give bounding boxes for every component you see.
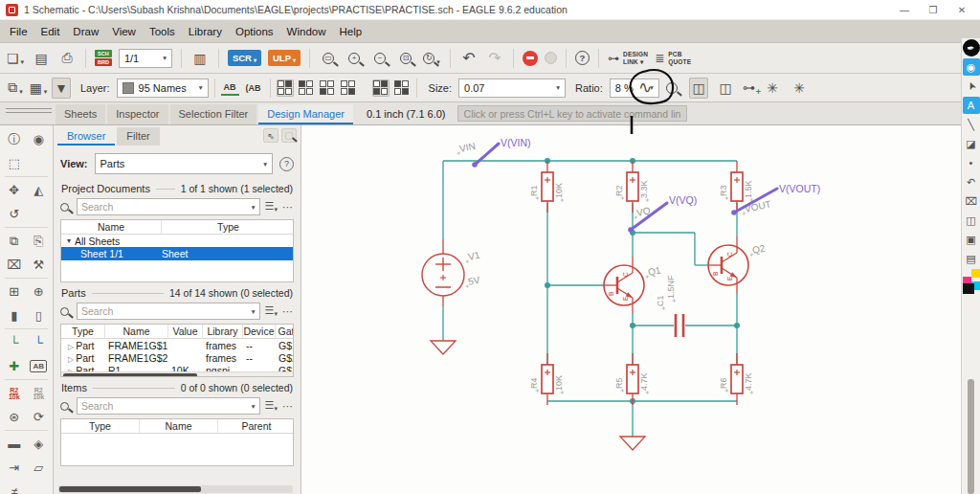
overflow-menu-icon[interactable]: ⋯	[282, 201, 294, 213]
menu-library[interactable]: Library	[182, 23, 229, 40]
tab-selection-filter[interactable]: Selection Filter	[170, 104, 257, 124]
add-gate-icon[interactable]: ⊕	[28, 281, 51, 303]
table-row-selected-sheet[interactable]: Sheet 1/1Sheet	[61, 247, 293, 260]
minimize-button[interactable]: —	[892, 5, 917, 15]
schematic-canvas[interactable]: +R1+10K+R2+3.3K+R3+1.5K+R4+10K+R5+4.7K+R…	[302, 125, 961, 494]
group-select-icon[interactable]: ⬚	[3, 153, 26, 174]
sch-brd-toggle-icon[interactable]: SCHBRD	[95, 50, 112, 66]
pin-icon[interactable]: ⇥	[3, 458, 26, 479]
column-header-name[interactable]: Name	[105, 325, 168, 338]
resistor-R2[interactable]: +R2+3.3K	[614, 161, 651, 213]
ground-symbol-1[interactable]	[431, 341, 456, 354]
zoom-in-icon[interactable]: +	[345, 48, 364, 69]
delete-icon[interactable]: ⌧	[3, 255, 26, 276]
panel-pick-icon[interactable]: ⇖	[263, 128, 278, 143]
attribute-icon[interactable]: ◈	[28, 434, 51, 455]
display-mode-icon-3[interactable]	[319, 79, 336, 97]
column-header-gat[interactable]: Gat	[276, 325, 294, 338]
display-mode-icon-1[interactable]	[277, 79, 294, 97]
transistor-Q1[interactable]: CBE+Q1	[604, 257, 662, 314]
multimeter-2-icon[interactable]: ◫	[716, 78, 735, 99]
a360-icon[interactable]: ✒	[963, 39, 980, 56]
multimeter-icon[interactable]: ◫	[689, 78, 708, 99]
column-header-value[interactable]: Value	[168, 325, 203, 338]
layer-selector[interactable]: 95 Names▾	[117, 79, 209, 98]
probe-V(VIN)[interactable]: V(VIN)	[472, 137, 530, 168]
parts-search-input[interactable]: ▾	[77, 303, 260, 320]
filter-icon[interactable]: ▼	[52, 78, 71, 99]
undo-icon[interactable]: ↶	[459, 48, 479, 69]
net-icon[interactable]: └	[3, 332, 26, 353]
zoom-out-icon[interactable]: −	[370, 48, 390, 69]
display-mode-icon-5[interactable]	[372, 79, 390, 97]
column-header-library[interactable]: Library	[203, 325, 243, 338]
chip-icon[interactable]: ▬	[3, 434, 26, 455]
list-view-icon[interactable]: ☰▾	[265, 200, 278, 213]
column-header-name[interactable]: ˆName	[61, 220, 162, 234]
design-link-button[interactable]: ⊶DESIGNLINK ▾	[608, 51, 648, 65]
capacitor-C1[interactable]: +C1+1.5NF	[656, 275, 684, 337]
column-header-type[interactable]: ˆType	[61, 419, 140, 433]
panel-zoom-icon[interactable]	[281, 128, 297, 143]
name-visible-icon[interactable]: AB	[221, 80, 239, 96]
split-icon[interactable]: ≠	[3, 482, 26, 494]
pinswap-icon[interactable]: ▯	[28, 305, 51, 326]
list-view-icon[interactable]: ☰▾	[265, 304, 278, 318]
settings-gear-icon[interactable]: ✳	[763, 78, 782, 99]
menu-window[interactable]: Window	[280, 23, 333, 40]
copy-icon[interactable]: ⧉	[3, 231, 26, 252]
simulate-icon[interactable]: ∿	[635, 78, 655, 99]
tab-design-manager[interactable]: Design Manager	[258, 104, 353, 124]
grid-icon[interactable]: ▦▾	[29, 78, 48, 99]
restore-button[interactable]: ❐	[921, 5, 946, 15]
value-tool-icon[interactable]: R210k	[28, 383, 51, 404]
command-line-input[interactable]	[457, 105, 687, 122]
run-script-button[interactable]: SCR▾	[228, 50, 261, 66]
tab-sheets[interactable]: Sheets	[56, 104, 105, 124]
dot-icon[interactable]: •	[963, 154, 980, 171]
resistor-R4[interactable]: +R4+10K	[529, 353, 566, 405]
horizontal-scrollbar[interactable]	[61, 371, 293, 377]
canvas-vertical-scrollbar[interactable]	[968, 379, 974, 494]
sheet-selector[interactable]: 1/1▾	[119, 49, 172, 68]
run-ulp-button[interactable]: ULP▾	[268, 50, 301, 66]
tree-row-all-sheets[interactable]: ▾All Sheets	[61, 235, 293, 247]
transistor-Q2[interactable]: CBE+Q2	[708, 236, 767, 294]
resistor-R6[interactable]: +R6+4.7K	[719, 353, 755, 405]
paste-icon[interactable]: ⎘	[28, 231, 51, 252]
menu-view[interactable]: View	[105, 23, 143, 40]
move-icon[interactable]: ✥	[3, 180, 26, 201]
column-header-type[interactable]: ˆType	[61, 325, 105, 338]
items-search-input[interactable]: ▾	[77, 397, 260, 415]
board-icon[interactable]: ◫	[963, 212, 980, 229]
smash-icon[interactable]: ⊛	[3, 407, 26, 428]
view-selector[interactable]: Parts ▾	[95, 153, 273, 174]
cursor-icon[interactable]: ➤	[960, 75, 980, 98]
settings-gear-2-icon[interactable]: ✳	[790, 78, 809, 99]
mirror-icon[interactable]: ◭	[28, 180, 51, 201]
zoom-redraw-icon[interactable]: ↻▾	[422, 48, 441, 69]
panel-horizontal-scrollbar[interactable]	[58, 485, 293, 493]
camera-icon[interactable]: ▣	[963, 231, 980, 248]
voltage-source-V1[interactable]: +V1+5V	[422, 239, 481, 306]
column-header-type[interactable]: Type	[162, 220, 294, 234]
add-link-icon[interactable]: ⊶+	[743, 80, 755, 95]
column-header-device[interactable]: Device	[243, 325, 276, 338]
save-icon[interactable]: ▤	[32, 48, 51, 69]
layer-settings-icon[interactable]: ⧉▾	[6, 78, 25, 99]
close-button[interactable]: ✕	[949, 5, 974, 15]
wrench-icon[interactable]: ⚒	[28, 255, 51, 276]
eraser-icon[interactable]: ◪	[963, 135, 980, 152]
table-row[interactable]: ▷PartR110KngspiG$1	[61, 364, 293, 371]
overflow-menu-icon[interactable]: ⋯	[282, 400, 294, 413]
zoom-fit-icon[interactable]: ▭	[319, 48, 338, 69]
menu-help[interactable]: Help	[332, 23, 368, 40]
eye-icon[interactable]: ◉	[963, 58, 980, 76]
panel-help-icon[interactable]: ?	[279, 157, 294, 171]
replace-part-icon[interactable]: ▮	[3, 305, 26, 326]
table-row[interactable]: ▷PartFRAME1G$1frames--G$1	[61, 339, 293, 351]
bus-icon[interactable]: └	[28, 332, 51, 353]
tab-inspector[interactable]: Inspector	[107, 104, 167, 124]
new-document-icon[interactable]: ❏▾	[6, 48, 25, 69]
display-mode-icon-4[interactable]	[340, 79, 357, 97]
